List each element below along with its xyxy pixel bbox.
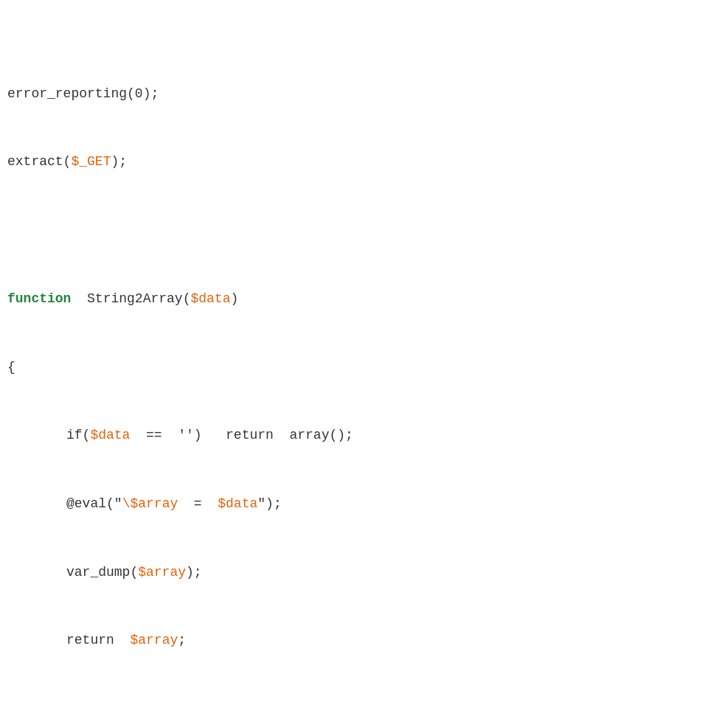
code-line-10: }: [7, 698, 721, 702]
code-line-9: return $array;: [7, 629, 721, 653]
code-line-2: extract($_GET);: [7, 150, 721, 174]
code-line-6: if($data == '') return array();: [7, 424, 721, 448]
code-line-7: @eval("\$array = $data");: [7, 493, 721, 516]
code-line-4: function String2Array($data): [7, 288, 721, 311]
code-line-blank1: [7, 219, 721, 243]
code-line-8: var_dump($array);: [7, 561, 721, 585]
code-block: error_reporting(0); extract($_GET); func…: [7, 15, 721, 702]
code-line-5: {: [7, 356, 721, 380]
code-line-1: error_reporting(0);: [7, 83, 721, 106]
